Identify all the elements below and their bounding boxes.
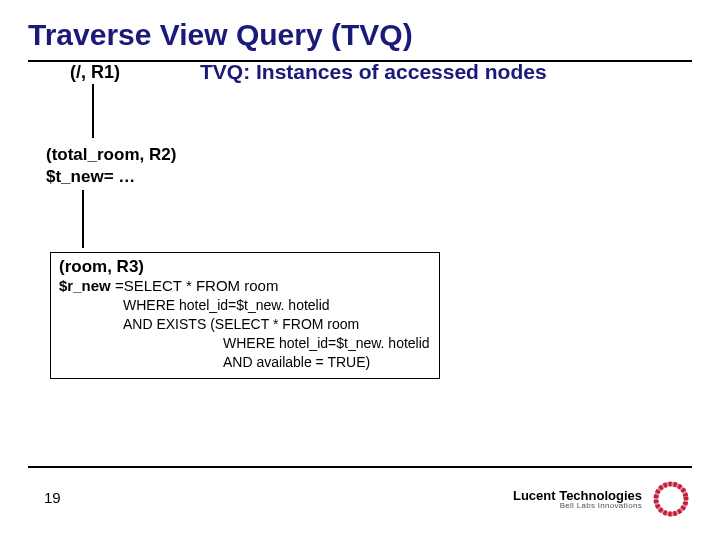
diagram-area: (/, R1) TVQ: Instances of accessed nodes…: [0, 62, 720, 442]
footer-divider: [28, 466, 692, 468]
sql-line-3: WHERE hotel_id=$t_new. hotelid: [123, 334, 431, 353]
node-leaf-label: (room, R3): [59, 257, 431, 277]
node-leaf-var: $r_new: [59, 277, 115, 294]
svg-point-1: [656, 484, 686, 514]
edge-root-to-mid: [92, 84, 94, 138]
node-mid: (total_room, R2) $t_new= …: [46, 144, 176, 188]
sql-line-4: AND available = TRUE): [123, 353, 431, 372]
brand-text: Lucent Technologies Bell Labs Innovation…: [513, 489, 642, 510]
page-title: Traverse View Query (TVQ): [0, 0, 720, 60]
brand-tagline: Bell Labs Innovations: [513, 502, 642, 510]
node-leaf-box: (room, R3) $r_new =SELECT * FROM room WH…: [50, 252, 440, 379]
edge-mid-to-leaf: [82, 190, 84, 248]
node-mid-label: (total_room, R2): [46, 144, 176, 166]
node-root: (/, R1): [70, 62, 120, 83]
diagram-subtitle: TVQ: Instances of accessed nodes: [200, 60, 547, 84]
sql-line-1: WHERE hotel_id=$t_new. hotelid: [123, 296, 431, 315]
node-leaf-sql-body: WHERE hotel_id=$t_new. hotelid AND EXIST…: [59, 294, 431, 372]
brand-ring-icon: [650, 478, 692, 520]
node-leaf-sql-head: =SELECT * FROM room: [115, 277, 279, 294]
page-number: 19: [44, 489, 61, 506]
brand-logo-area: Lucent Technologies Bell Labs Innovation…: [513, 478, 692, 520]
node-mid-assign: $t_new= …: [46, 166, 176, 188]
brand-name: Lucent Technologies: [513, 489, 642, 502]
sql-line-2: AND EXISTS (SELECT * FROM room: [123, 315, 431, 334]
node-leaf-assign: $r_new =SELECT * FROM room: [59, 277, 431, 294]
